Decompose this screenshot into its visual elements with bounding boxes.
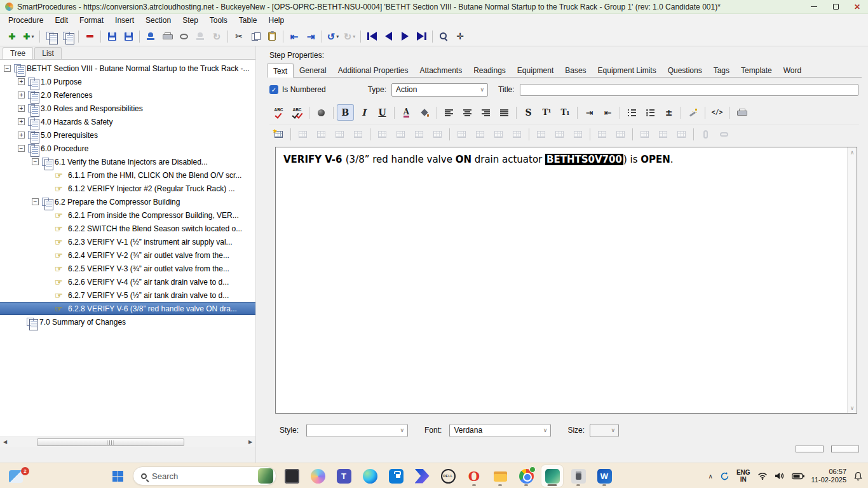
- scrollbar-thumb[interactable]: [37, 438, 184, 446]
- maximize-button[interactable]: [825, 0, 846, 14]
- step-text[interactable]: VERIFY V-6 (3/8” red handle valve ON dra…: [276, 147, 846, 413]
- tab-questions[interactable]: Questions: [662, 64, 708, 77]
- taskbar-edge-button[interactable]: [359, 465, 381, 487]
- taskbar-store-button[interactable]: [385, 465, 407, 487]
- strikethrough-button[interactable]: S: [520, 104, 537, 121]
- tree-item-2.0[interactable]: +2.0 References: [0, 88, 255, 102]
- tree-collapse-icon[interactable]: −: [18, 145, 25, 152]
- tree-tab-list[interactable]: List: [34, 47, 62, 59]
- align-right-button[interactable]: [477, 104, 494, 121]
- sync-tray-icon[interactable]: [720, 471, 729, 481]
- taskbar-scanner-app-button[interactable]: [567, 465, 589, 487]
- editor-vertical-scrollbar[interactable]: ∧ ∨: [847, 147, 857, 413]
- tree-item-7.0[interactable]: 7.0 Summary of Changes: [0, 315, 255, 329]
- publish-button[interactable]: [142, 29, 159, 44]
- preview-button[interactable]: [435, 29, 452, 44]
- tab-equipment-limits[interactable]: Equipment Limits: [592, 64, 662, 77]
- highlight-color-button[interactable]: [416, 104, 433, 121]
- search-box[interactable]: Search: [133, 466, 276, 485]
- tree-collapse-icon[interactable]: −: [4, 65, 11, 72]
- previous-step-button[interactable]: [380, 29, 397, 44]
- taskbar-dell-button[interactable]: [437, 465, 459, 487]
- scroll-left-icon[interactable]: ◀: [0, 439, 10, 445]
- tree-item-6.2.1[interactable]: ☞6.2.1 From inside the Compressor Buildi…: [0, 208, 255, 222]
- tree-item-6.2.4[interactable]: ☞6.2.4 VERIFY V-2 (¾” air outlet valve f…: [0, 248, 255, 262]
- next-step-button[interactable]: [397, 29, 413, 44]
- taskbar-smartprocedures-button[interactable]: [541, 465, 563, 487]
- tree-item-6.1.2[interactable]: ☞6.1.2 VERIFY Injector #2 (Regular Truck…: [0, 182, 255, 195]
- insert-table-button[interactable]: [270, 126, 287, 142]
- oval-annotation-button[interactable]: [175, 29, 192, 44]
- menu-section[interactable]: Section: [140, 15, 177, 26]
- tree-item-4.0[interactable]: +4.0 Hazards & Safety: [0, 115, 255, 128]
- tree-collapse-icon[interactable]: −: [32, 198, 39, 205]
- align-justify-button[interactable]: [496, 104, 513, 121]
- html-source-button[interactable]: </>: [709, 104, 726, 121]
- italic-button[interactable]: I: [355, 104, 372, 121]
- step-text-editor[interactable]: VERIFY V-6 (3/8” red handle valve ON dra…: [275, 147, 857, 414]
- delete-step-button[interactable]: [81, 29, 98, 44]
- cut-button[interactable]: ✂: [231, 29, 247, 44]
- tree-expand-icon[interactable]: +: [18, 132, 25, 139]
- tree-item-6.1[interactable]: −6.1 Verify the Butane Injectors are Dis…: [0, 155, 255, 168]
- tree-expand-icon[interactable]: +: [18, 118, 25, 125]
- outdent-text-button[interactable]: ⇤: [599, 104, 616, 121]
- tree-expand-icon[interactable]: +: [18, 92, 25, 98]
- tab-additional-properties[interactable]: Additional Properties: [332, 64, 414, 77]
- add-child-step-button[interactable]: ✚▾: [20, 29, 37, 44]
- tree-item-6.2[interactable]: −6.2 Prepare the Compressor Building: [0, 195, 255, 208]
- size-dropdown[interactable]: ∨: [590, 424, 619, 437]
- format-painter-button[interactable]: [684, 104, 702, 121]
- align-left-button[interactable]: [440, 104, 458, 121]
- tray-chevron-button[interactable]: ∧: [709, 473, 713, 480]
- save-button[interactable]: [104, 29, 120, 44]
- tree-item-6.2.7[interactable]: ☞6.2.7 VERIFY V-5 (½” air tank drain val…: [0, 288, 255, 302]
- volume-icon[interactable]: [775, 472, 785, 480]
- clock[interactable]: 06:57 11-02-2025: [811, 468, 846, 484]
- indent-step-button[interactable]: ⇥: [302, 29, 319, 44]
- tab-equipment[interactable]: Equipment: [512, 64, 559, 77]
- subscript-button[interactable]: T₁: [557, 104, 574, 121]
- align-center-button[interactable]: [459, 104, 476, 121]
- first-step-button[interactable]: [363, 29, 380, 44]
- tree-collapse-icon[interactable]: −: [32, 158, 39, 165]
- language-indicator[interactable]: ENG IN: [736, 469, 750, 483]
- tab-template[interactable]: Template: [735, 64, 778, 77]
- title-input[interactable]: [520, 84, 858, 96]
- add-step-button[interactable]: ✚: [4, 29, 20, 44]
- copy-button[interactable]: [247, 29, 264, 44]
- taskbar-desktop-app-button[interactable]: [281, 465, 302, 487]
- font-color-button[interactable]: A: [398, 104, 415, 121]
- scroll-up-icon[interactable]: ∧: [850, 149, 855, 156]
- battery-icon[interactable]: [792, 473, 804, 480]
- tree-item-6.2.6[interactable]: ☞6.2.6 VERIFY V-4 (½” air tank drain val…: [0, 275, 255, 288]
- menu-table[interactable]: Table: [233, 15, 263, 26]
- tab-attachments[interactable]: Attachments: [414, 64, 468, 77]
- menu-insert[interactable]: Insert: [109, 15, 140, 26]
- taskbar-word-button[interactable]: [593, 465, 615, 487]
- scroll-right-icon[interactable]: ▶: [245, 439, 255, 445]
- paste-button[interactable]: [264, 29, 280, 44]
- tab-readings[interactable]: Readings: [468, 64, 512, 77]
- menu-tools[interactable]: Tools: [204, 15, 233, 26]
- outdent-step-button[interactable]: ⇤: [286, 29, 302, 44]
- taskbar-teams-button[interactable]: [333, 465, 355, 487]
- last-step-button[interactable]: [413, 29, 430, 44]
- taskbar-copilot-button[interactable]: [307, 465, 329, 487]
- spellcheck-as-you-type-button[interactable]: ABC: [288, 104, 306, 121]
- print-step-button[interactable]: [733, 104, 750, 121]
- panel-splitter[interactable]: [255, 46, 261, 463]
- widgets-button[interactable]: 2: [9, 467, 29, 485]
- close-button[interactable]: ✕: [846, 0, 868, 14]
- menu-format[interactable]: Format: [74, 15, 109, 26]
- notification-bell-icon[interactable]: [853, 471, 863, 481]
- spellcheck-button[interactable]: ABC: [270, 104, 287, 121]
- wifi-icon[interactable]: [757, 472, 768, 480]
- type-dropdown[interactable]: Action ∨: [391, 83, 488, 97]
- tree-item-5.0[interactable]: +5.0 Prerequisites: [0, 128, 255, 142]
- menu-step[interactable]: Step: [177, 15, 204, 26]
- start-button[interactable]: [107, 465, 128, 487]
- menu-procedure[interactable]: Procedure: [3, 15, 49, 26]
- bold-button[interactable]: B: [337, 104, 354, 121]
- tree-item-6.2.5[interactable]: ☞6.2.5 VERIFY V-3 (¾” air outlet valve f…: [0, 262, 255, 275]
